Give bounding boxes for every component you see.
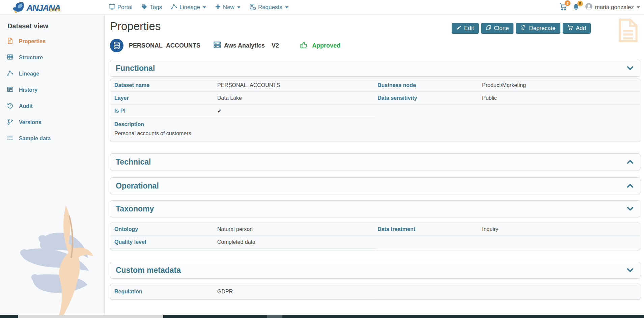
menu-item-tags[interactable]: Tags xyxy=(141,3,162,12)
notifications-button[interactable]: 0 xyxy=(572,3,580,12)
clone-button[interactable]: Clone xyxy=(481,23,513,34)
deprecate-button[interactable]: Deprecate xyxy=(516,23,560,34)
field-label: Ontology xyxy=(114,226,217,232)
clone-icon xyxy=(486,25,491,32)
button-label: Deprecate xyxy=(529,25,555,32)
field-value: Natural person xyxy=(217,226,377,232)
section-header-taxonomy[interactable]: Taxonomy xyxy=(110,200,640,217)
field-label: Description xyxy=(114,120,636,128)
field-value: Public xyxy=(482,95,636,101)
sidebar-title: Dataset view xyxy=(0,15,104,33)
field-row: Ontology Natural person Data treatment I… xyxy=(110,223,640,236)
main-menu: Portal Tags xyxy=(109,0,288,15)
thumbs-up-icon xyxy=(300,41,308,51)
audit-icon xyxy=(7,102,13,110)
field-value: Completed data xyxy=(217,239,377,245)
field-value: Inquiry xyxy=(482,226,636,232)
chevron-up-icon[interactable] xyxy=(626,158,634,166)
sidebar-item-properties[interactable]: Properties xyxy=(0,33,104,50)
field-value: PERSONAL_ACCOUNTS xyxy=(217,82,377,88)
chevron-down-icon xyxy=(203,6,206,8)
monitor-icon xyxy=(109,3,115,12)
unlink-icon xyxy=(521,25,526,32)
field-label: Dataset name xyxy=(114,82,217,88)
tags-icon xyxy=(141,3,148,12)
button-label: Edit xyxy=(464,25,474,32)
sidebar-item-history[interactable]: History xyxy=(0,82,104,98)
dataset-version: V2 xyxy=(272,42,279,49)
chevron-up-icon[interactable] xyxy=(626,182,634,190)
menu-label: Requests xyxy=(258,4,282,11)
app-root: ANJANA DATA Portal xyxy=(0,0,644,318)
field-value: Personal accounts of customers xyxy=(114,131,636,137)
sidebar-item-label: Structure xyxy=(19,55,43,61)
check-icon: ✔ xyxy=(217,108,377,114)
menu-item-portal[interactable]: Portal xyxy=(109,3,132,12)
database-badge-icon xyxy=(110,39,123,52)
lineage-icon xyxy=(171,3,177,12)
status-label: Approved xyxy=(312,42,340,49)
section-title: Technical xyxy=(116,157,151,167)
menu-item-requests[interactable]: Requests xyxy=(249,3,288,12)
field-row: Regulation GDPR xyxy=(110,285,640,298)
cart-button[interactable]: 3 xyxy=(559,3,567,12)
history-icon xyxy=(7,86,13,94)
fairy-watermark xyxy=(15,202,100,315)
sidebar-item-label: Audit xyxy=(19,103,33,109)
lineage-icon xyxy=(7,70,13,78)
dataset-name: PERSONAL_ACCOUNTS xyxy=(129,42,200,49)
requests-icon xyxy=(249,3,256,12)
field-label: Regulation xyxy=(114,289,217,295)
chevron-down-icon xyxy=(237,6,241,8)
user-name: maria gonzalez xyxy=(595,4,634,11)
anjana-logo[interactable]: ANJANA DATA xyxy=(12,1,60,15)
chevron-down-icon[interactable] xyxy=(626,266,634,274)
scrollbar-thumb[interactable] xyxy=(18,315,163,318)
menu-label: Lineage xyxy=(179,4,200,11)
sidebar-item-sample-data[interactable]: Sample data xyxy=(0,131,104,147)
sidebar: Dataset view Properties Structure xyxy=(0,15,105,315)
section-header-custom-metadata[interactable]: Custom metadata xyxy=(110,262,640,279)
chevron-down-icon[interactable] xyxy=(626,64,634,72)
menu-item-new[interactable]: New xyxy=(215,4,241,11)
section-body-functional: Dataset name PERSONAL_ACCOUNTS Business … xyxy=(110,79,640,142)
section-header-technical[interactable]: Technical xyxy=(110,153,640,170)
chevron-down-icon xyxy=(637,6,640,8)
cart-icon xyxy=(567,25,573,32)
section-body-custom-metadata: Regulation GDPR xyxy=(110,284,640,300)
versions-icon xyxy=(7,118,13,126)
section-title: Custom metadata xyxy=(116,266,181,275)
user-menu[interactable]: maria gonzalez xyxy=(585,2,640,12)
menu-label: New xyxy=(223,4,234,11)
sample-data-icon xyxy=(7,135,13,143)
edit-button[interactable]: Edit xyxy=(452,23,479,34)
field-value: Product/Marketing xyxy=(482,82,636,88)
navbar-right: 3 0 maria g xyxy=(559,0,640,15)
sidebar-item-audit[interactable]: Audit xyxy=(0,98,104,114)
user-avatar-icon xyxy=(585,2,593,12)
button-label: Clone xyxy=(494,25,509,32)
menu-item-lineage[interactable]: Lineage xyxy=(171,3,206,12)
file-icon xyxy=(7,37,13,46)
swan-logo-icon xyxy=(12,1,25,15)
scrollbar-segment xyxy=(267,315,282,318)
section-title: Operational xyxy=(116,181,159,191)
field-row: Quality level Completed data xyxy=(110,236,640,249)
sidebar-item-versions[interactable]: Versions xyxy=(0,114,104,131)
field-row: Is PI ✔ xyxy=(110,105,640,117)
description-block: Description Personal accounts of custome… xyxy=(110,117,640,142)
pencil-icon xyxy=(456,25,461,32)
section-header-functional[interactable]: Functional xyxy=(110,60,640,77)
button-label: Add xyxy=(576,25,586,32)
section-header-operational[interactable]: Operational xyxy=(110,177,640,194)
notifications-badge: 0 xyxy=(577,1,583,6)
add-button[interactable]: Add xyxy=(563,23,591,34)
field-value: Data Lake xyxy=(217,95,377,101)
sidebar-item-lineage[interactable]: Lineage xyxy=(0,66,104,82)
chevron-down-icon[interactable] xyxy=(626,205,634,212)
sidebar-item-structure[interactable]: Structure xyxy=(0,50,104,66)
field-label: Data treatment xyxy=(377,226,482,232)
top-navbar: ANJANA DATA Portal xyxy=(0,0,644,15)
horizontal-scrollbar[interactable] xyxy=(0,315,644,318)
chevron-down-icon xyxy=(285,6,288,8)
